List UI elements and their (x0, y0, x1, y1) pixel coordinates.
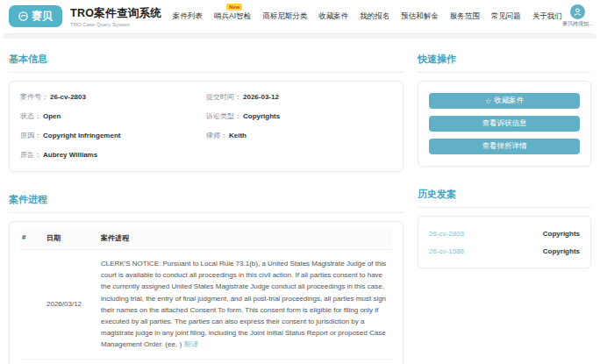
nav-item-faq[interactable]: 常见问题 (491, 11, 521, 22)
field-label: 状态： (20, 112, 41, 120)
nav-item-case-list[interactable]: 案件列表 (173, 11, 203, 22)
field-value: Copyright Infringement (43, 132, 120, 139)
history-case-link[interactable]: 26-cv-1588 (429, 247, 464, 255)
history-title: 历史发案 (418, 180, 591, 208)
main-content: 基本信息 案件号：26-cv-2803 提交时间：2026-03-12 状态：O… (0, 39, 600, 364)
view-law-firm-button[interactable]: 查看律所详情 (429, 139, 580, 154)
col-progress: 案件进程 (101, 233, 390, 243)
left-column: 基本信息 案件号：26-cv-2803 提交时间：2026-03-12 状态：O… (9, 45, 404, 364)
saibei-logo[interactable]: 赛贝 (9, 5, 62, 27)
field-value: Copyrights (243, 112, 280, 120)
history-card: 26-cv-2803 Copyrights 26-cv-1588 Copyrig… (418, 216, 591, 268)
case-progress-title: 案件进程 (9, 185, 404, 213)
favorite-case-button[interactable]: ☆ 收藏案件 (429, 93, 580, 109)
col-index: # (22, 233, 41, 243)
avatar (570, 4, 585, 19)
app-header: 赛贝 TRO案件查询系统 TRO Case Query System 案件列表 … (0, 0, 600, 32)
history-row: 26-cv-1588 Copyrights (429, 242, 580, 260)
field-value: Keith (229, 132, 246, 139)
field-label: 律师： (206, 132, 227, 139)
field-value: Aubrey Williams (43, 151, 97, 159)
user-icon (573, 7, 582, 17)
nav-item-nice-classification[interactable]: 商标尼斯分类 (262, 11, 307, 22)
field-attorney: 律师：Keith (206, 131, 392, 140)
nav-item-ai-check[interactable]: New 哨兵AI智检 (214, 11, 251, 22)
nav-item-about-us[interactable]: 关于我们 (532, 11, 562, 22)
saibei-logo-icon (18, 11, 28, 21)
col-date: 日期 (46, 233, 96, 243)
view-complaint-button[interactable]: 查看诉状信息 (429, 116, 580, 132)
field-label: 诉讼类型： (206, 112, 241, 120)
field-value: 26-cv-2803 (50, 93, 86, 101)
table-header: # 日期 案件进程 (20, 227, 392, 250)
history-list: 26-cv-2803 Copyrights 26-cv-1588 Copyrig… (418, 217, 590, 268)
row-text: CLERK'S NOTICE: Pursuant to Local Rule 7… (101, 258, 390, 351)
progress-text: CLERK'S NOTICE: Pursuant to Local Rule 7… (101, 260, 386, 348)
user-name: 赛贝跨境知... (562, 20, 593, 28)
actions-list: ☆ 收藏案件 查看诉状信息 查看律所详情 (418, 82, 590, 166)
field-filed-date: 提交时间：2026-03-12 (206, 92, 392, 102)
field-value: Open (43, 112, 61, 120)
nav-item-ai-check-label: 哨兵AI智检 (214, 11, 251, 20)
user-account[interactable]: 赛贝跨境知... (562, 4, 593, 28)
basic-info-card: 案件号：26-cv-2803 提交时间：2026-03-12 状态：Open 诉… (9, 81, 404, 172)
main-nav: 案件列表 New 哨兵AI智检 商标尼斯分类 收藏案件 我的报名 预估和解金 服… (173, 11, 562, 22)
basic-info-title: 基本信息 (9, 45, 404, 73)
row-date: 2026/03/12 (46, 300, 96, 308)
field-case-type: 诉讼类型：Copyrights (206, 111, 392, 121)
table-row: 2026/03/12 CLERK'S NOTICE: Pursuant to L… (20, 250, 392, 360)
field-label: 原因： (20, 132, 41, 139)
basic-info-grid: 案件号：26-cv-2803 提交时间：2026-03-12 状态：Open 诉… (10, 82, 403, 171)
star-icon: ☆ (485, 96, 492, 105)
translate-link[interactable]: 翻译 (184, 340, 198, 348)
history-case-link[interactable]: 26-cv-2803 (429, 230, 464, 238)
right-column: 快速操作 ☆ 收藏案件 查看诉状信息 查看律所详情 历史发案 26-cv-280… (418, 45, 591, 364)
case-progress-card: # 日期 案件进程 2026/03/12 CLERK'S NOTICE: Pur… (9, 221, 404, 364)
field-plaintiff: 原告：Aubrey Williams (20, 150, 206, 160)
nav-item-my-registration[interactable]: 我的报名 (360, 11, 389, 22)
history-row: 26-cv-2803 Copyrights (429, 225, 580, 242)
nav-item-favorites[interactable]: 收藏案件 (318, 11, 348, 22)
favorite-case-label: 收藏案件 (494, 96, 524, 106)
title-block: TRO案件查询系统 TRO Case Query System (70, 6, 161, 27)
field-status: 状态：Open (20, 111, 206, 121)
field-case-number: 案件号：26-cv-2803 (20, 92, 206, 102)
field-value: 2026-03-12 (243, 93, 279, 101)
quick-actions-title: 快速操作 (418, 45, 591, 73)
new-badge: New (226, 4, 242, 11)
table-row: 2026/03/12 CASE ASSIGNED to the Honorabl… (20, 360, 392, 364)
field-label: 原告： (20, 151, 41, 159)
quick-actions-card: ☆ 收藏案件 查看诉状信息 查看律所详情 (418, 81, 591, 167)
field-label: 案件号： (20, 93, 48, 101)
field-label: 提交时间： (206, 93, 241, 101)
case-progress-table: # 日期 案件进程 2026/03/12 CLERK'S NOTICE: Pur… (10, 222, 403, 364)
field-cause: 原因：Copyright Infringement (20, 131, 206, 140)
nav-item-settlement-estimate[interactable]: 预估和解金 (401, 11, 439, 22)
app-title: TRO案件查询系统 (70, 6, 161, 21)
history-case-type: Copyrights (543, 247, 580, 255)
history-case-type: Copyrights (543, 230, 580, 238)
logo-text: 赛贝 (32, 9, 53, 24)
nav-item-service-scope[interactable]: 服务范围 (450, 11, 480, 22)
app-subtitle: TRO Case Query System (70, 22, 161, 27)
